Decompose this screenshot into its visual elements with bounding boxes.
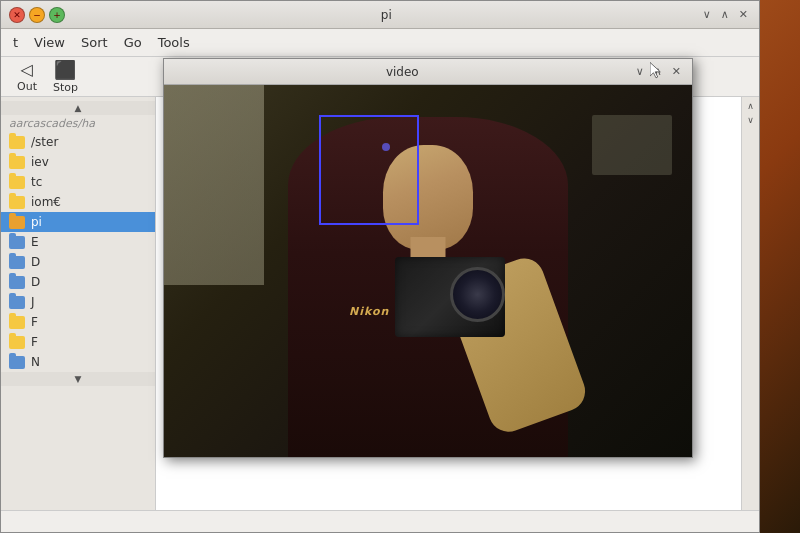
sidebar-item-n[interactable]: N bbox=[1, 352, 155, 372]
eye-detection-dot bbox=[382, 143, 390, 151]
sidebar-label-iom: iom€ bbox=[31, 195, 61, 209]
window-controls: ✕ − + bbox=[9, 7, 65, 23]
sidebar-item-f1[interactable]: F bbox=[1, 312, 155, 332]
sidebar-label-ster: /ster bbox=[31, 135, 58, 149]
maximize-button[interactable]: + bbox=[49, 7, 65, 23]
video-chevron-up[interactable]: ∧ bbox=[651, 65, 665, 78]
camera-brand-text: Nikon bbox=[349, 305, 389, 318]
menu-bar: t View Sort Go Tools bbox=[1, 29, 759, 57]
title-chevron-down[interactable]: ∨ bbox=[700, 8, 714, 21]
sidebar-item-j[interactable]: J bbox=[1, 292, 155, 312]
video-content: Nikon bbox=[164, 85, 692, 457]
title-right-controls: ∨ ∧ ✕ bbox=[700, 8, 751, 21]
back-label: Out bbox=[17, 80, 37, 93]
sidebar-item-d1[interactable]: D bbox=[1, 252, 155, 272]
menu-go[interactable]: Go bbox=[116, 31, 150, 54]
stop-icon: ⬛ bbox=[54, 59, 76, 80]
folder-icon-d1 bbox=[9, 256, 25, 269]
sidebar-item-iev[interactable]: iev bbox=[1, 152, 155, 172]
right-panel-up[interactable]: ∧ bbox=[746, 99, 755, 113]
title-chevron-up[interactable]: ∧ bbox=[718, 8, 732, 21]
folder-icon-d2 bbox=[9, 276, 25, 289]
camera-lens bbox=[450, 267, 505, 322]
folder-icon-f2 bbox=[9, 336, 25, 349]
sidebar-item-ster[interactable]: /ster bbox=[1, 132, 155, 152]
sidebar-label-tc: tc bbox=[31, 175, 42, 189]
sidebar-label-iev: iev bbox=[31, 155, 49, 169]
status-bar bbox=[1, 510, 759, 532]
close-button[interactable]: ✕ bbox=[9, 7, 25, 23]
sidebar-scroll-down[interactable]: ▼ bbox=[1, 372, 155, 386]
menu-sort[interactable]: Sort bbox=[73, 31, 116, 54]
sidebar-label-pi: pi bbox=[31, 215, 42, 229]
menu-t[interactable]: t bbox=[5, 31, 26, 54]
bg-window bbox=[164, 85, 264, 285]
folder-icon-n bbox=[9, 356, 25, 369]
sidebar-item-e[interactable]: E bbox=[1, 232, 155, 252]
sidebar-label-j: J bbox=[31, 295, 35, 309]
title-bar: ✕ − + pi ∨ ∧ ✕ bbox=[1, 1, 759, 29]
video-title-bar: video ∨ ∧ ✕ bbox=[164, 59, 692, 85]
menu-view[interactable]: View bbox=[26, 31, 73, 54]
video-close[interactable]: ✕ bbox=[669, 65, 684, 78]
minimize-button[interactable]: − bbox=[29, 7, 45, 23]
camera-scene: Nikon bbox=[164, 85, 692, 457]
sidebar-item-tc[interactable]: tc bbox=[1, 172, 155, 192]
sidebar-item-iom[interactable]: iom€ bbox=[1, 192, 155, 212]
right-panel-down[interactable]: ∨ bbox=[746, 113, 755, 127]
sidebar-scroll-up[interactable]: ▲ bbox=[1, 101, 155, 115]
back-icon: ◁ bbox=[21, 60, 33, 79]
sidebar-label-d1: D bbox=[31, 255, 40, 269]
folder-icon-iev bbox=[9, 156, 25, 169]
sidebar-label-f2: F bbox=[31, 335, 38, 349]
folder-icon-pi bbox=[9, 216, 25, 229]
back-button[interactable]: ◁ Out bbox=[9, 57, 45, 96]
video-title-text: video bbox=[172, 65, 633, 79]
sidebar-label-f1: F bbox=[31, 315, 38, 329]
sidebar-label-d2: D bbox=[31, 275, 40, 289]
video-window[interactable]: video ∨ ∧ ✕ bbox=[163, 58, 693, 458]
window-title: pi bbox=[73, 8, 700, 22]
video-ctrl-buttons: ∨ ∧ ✕ bbox=[633, 65, 684, 78]
title-close[interactable]: ✕ bbox=[736, 8, 751, 21]
stop-label: Stop bbox=[53, 81, 78, 94]
video-chevron-down[interactable]: ∨ bbox=[633, 65, 647, 78]
folder-icon-iom bbox=[9, 196, 25, 209]
camera-body bbox=[395, 257, 505, 337]
folder-icon-tc bbox=[9, 176, 25, 189]
sidebar-label-n: N bbox=[31, 355, 40, 369]
sidebar: ▲ aarcascades/ha /ster iev tc iom€ pi bbox=[1, 97, 156, 510]
menu-tools[interactable]: Tools bbox=[150, 31, 198, 54]
right-panel: ∧ ∨ bbox=[741, 97, 759, 510]
stop-button[interactable]: ⬛ Stop bbox=[45, 56, 86, 97]
face-detection-rect bbox=[319, 115, 419, 225]
sidebar-item-d2[interactable]: D bbox=[1, 272, 155, 292]
haarcascade-path: aarcascades/ha bbox=[1, 115, 155, 132]
sidebar-item-f2[interactable]: F bbox=[1, 332, 155, 352]
sidebar-item-pi[interactable]: pi bbox=[1, 212, 155, 232]
folder-icon-e bbox=[9, 236, 25, 249]
bg-shelf bbox=[592, 115, 672, 175]
folder-icon-j bbox=[9, 296, 25, 309]
sidebar-label-e: E bbox=[31, 235, 39, 249]
folder-icon-ster bbox=[9, 136, 25, 149]
folder-icon-f1 bbox=[9, 316, 25, 329]
